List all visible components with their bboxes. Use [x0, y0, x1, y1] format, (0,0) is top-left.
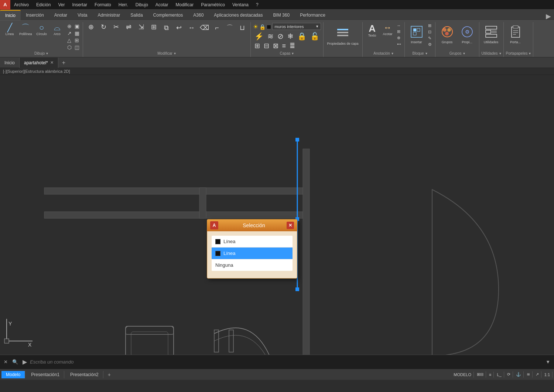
ribbon-btn-polilinea[interactable]: ⌒ Polilínea — [18, 23, 34, 37]
capas-unlock-btn[interactable]: 🔓 — [309, 32, 321, 41]
dibujo-small-btn-3[interactable]: △ — [66, 37, 73, 44]
cmd-scroll-btn[interactable]: ▼ — [544, 358, 552, 365]
dibujo-small-btn-1[interactable]: ⊕ — [66, 23, 73, 30]
canvas-area[interactable]: Y X A Selección ✕ Línea Línea — [0, 75, 554, 355]
status-tab-presentacion1[interactable]: Presentación1 — [27, 371, 64, 378]
ribbon-group-prop-capa-label-bottom[interactable] — [326, 55, 360, 56]
menu-parametrico[interactable]: Paramétrico — [197, 0, 229, 10]
dialog-close-button[interactable]: ✕ — [287, 222, 294, 229]
doc-tab-apartahotel[interactable]: apartahotel* ✕ — [20, 58, 58, 68]
cmd-search-btn[interactable]: 🔍 — [11, 358, 20, 365]
tab-a360[interactable]: A360 — [188, 10, 209, 20]
ribbon-btn-alargar[interactable]: ↔ — [186, 24, 198, 32]
status-polar-btn[interactable]: ⟳ — [505, 371, 513, 378]
status-modelo-label[interactable]: MODELO — [451, 372, 474, 378]
capas-tool-2[interactable]: ⊟ — [262, 42, 271, 50]
ribbon-btn-arco[interactable]: ⌓ Arco — [50, 23, 65, 37]
ribbon-extra-btn[interactable]: ▶ — [546, 12, 551, 20]
tab-anotar[interactable]: Anotar — [49, 10, 72, 20]
ribbon-btn-acotar[interactable]: ↔ Acotar — [380, 23, 395, 37]
dibujo-small-btn-6[interactable]: ▦ — [73, 30, 81, 37]
ribbon-btn-portapapeles[interactable]: Porta... — [506, 23, 525, 45]
ribbon-group-bloque-label[interactable]: Bloque ▾ — [407, 51, 433, 56]
status-add-tab-btn[interactable]: + — [105, 371, 114, 379]
ribbon-group-capas-label[interactable]: Capas ▾ — [253, 51, 321, 56]
status-snap-btn[interactable]: ≡ — [487, 372, 494, 378]
menu-insertar[interactable]: Insertar — [68, 0, 91, 10]
ribbon-btn-deshacer[interactable]: ↩ — [173, 24, 185, 32]
cmd-clear-btn[interactable]: ✕ — [2, 358, 9, 365]
menu-herr[interactable]: Herr. — [115, 0, 132, 10]
capas-props-btn[interactable]: ⚡ — [253, 32, 265, 41]
bloque-small-1[interactable]: ⊞ — [427, 23, 433, 28]
capas-tool-1[interactable]: ⊞ — [253, 42, 261, 50]
doc-tab-inicio[interactable]: Inicio — [0, 58, 20, 68]
ribbon-btn-texto[interactable]: A Texto — [365, 23, 380, 38]
status-scale-label[interactable]: 1:1 — [542, 372, 553, 378]
dibujo-small-btn-4[interactable]: ⬡ — [66, 44, 73, 51]
tab-salida[interactable]: Salida — [125, 10, 148, 20]
menu-edicion[interactable]: Edición — [33, 0, 54, 10]
ribbon-btn-escalar[interactable]: ⇲ — [136, 23, 147, 31]
ribbon-group-portapapeles-label[interactable]: Portapapeles ▾ — [506, 51, 531, 56]
capas-lock-btn[interactable]: 🔒 — [296, 32, 308, 41]
doc-tab-close-btn[interactable]: ✕ — [50, 60, 54, 65]
ribbon-btn-matriz[interactable]: ⊞ — [148, 23, 160, 31]
ribbon-group-utilidades-label[interactable]: Utilidades ▾ — [482, 51, 501, 56]
ribbon-btn-prop-capa[interactable]: Propiedades de capa — [326, 23, 360, 46]
ribbon-btn-empalme[interactable]: ⌒ — [224, 24, 236, 32]
menu-dibujo[interactable]: Dibujo — [132, 0, 152, 10]
tab-aplicaciones[interactable]: Aplicaciones destacadas — [209, 10, 268, 20]
status-osnap-btn[interactable]: ⚓ — [514, 371, 524, 378]
capas-match-btn[interactable]: ≋ — [266, 32, 275, 41]
dibujo-small-btn-5[interactable]: ▣ — [73, 23, 81, 30]
tab-insercion[interactable]: Inserción — [21, 10, 49, 20]
bloque-small-4[interactable]: ⚙ — [427, 42, 433, 47]
dialog-item-ninguna[interactable]: Ninguna — [212, 259, 293, 271]
menu-formato[interactable]: Formato — [91, 0, 115, 10]
ribbon-btn-circulo[interactable]: ○ Círculo — [34, 23, 49, 37]
dibujo-small-btn-2[interactable]: ↗ — [66, 30, 73, 37]
tab-administrar[interactable]: Administrar — [93, 10, 126, 20]
dibujo-small-btn-8[interactable]: ◫ — [73, 44, 81, 51]
dialog-item-linea-2[interactable]: Línea — [212, 248, 293, 259]
tab-vista[interactable]: Vista — [72, 10, 92, 20]
status-tab-presentacion2[interactable]: Presentación2 — [66, 371, 103, 378]
ribbon-btn-insertar[interactable]: Insertar — [407, 23, 426, 45]
ribbon-group-dibujo-label[interactable]: Dibujo ▾ — [2, 51, 81, 56]
menu-modificar[interactable]: Modificar — [172, 0, 198, 10]
tab-bim360[interactable]: BIM 360 — [268, 10, 295, 20]
status-ortho-btn[interactable]: L_ — [495, 372, 504, 378]
capas-tool-5[interactable]: ≣ — [288, 42, 297, 50]
menu-acotar[interactable]: Acotar — [152, 0, 172, 10]
anotacion-small-4[interactable]: ⊷ — [396, 41, 402, 47]
menu-archivo[interactable]: Archivo — [10, 0, 33, 10]
ribbon-group-anotacion-label[interactable]: Anotación ▾ — [365, 51, 402, 56]
ribbon-btn-recortar[interactable]: ✂ — [110, 23, 122, 31]
menu-ver[interactable]: Ver — [54, 0, 68, 10]
status-tab-modelo[interactable]: Modelo — [1, 371, 25, 378]
anotacion-small-2[interactable]: ⊞ — [396, 29, 402, 34]
ribbon-btn-copiar[interactable]: ⧉ — [161, 24, 172, 32]
bloque-small-3[interactable]: ✎ — [427, 35, 433, 41]
menu-help[interactable]: ? — [252, 0, 262, 10]
status-lineweight-btn[interactable]: ≋ — [524, 371, 533, 378]
dialog-item-linea-1[interactable]: Línea — [212, 236, 293, 247]
doc-tab-add-btn[interactable]: + — [58, 58, 69, 68]
ribbon-btn-propi[interactable]: ⚙ Propi... — [458, 23, 477, 45]
capas-tool-3[interactable]: ⊠ — [271, 42, 280, 50]
status-annotation-btn[interactable]: ↗ — [533, 371, 541, 378]
cmd-input-field[interactable] — [30, 359, 543, 365]
ribbon-group-grupos-label[interactable]: Grupos ▾ — [438, 51, 477, 56]
anotacion-small-3[interactable]: ⊗ — [396, 35, 402, 41]
status-grid-btn[interactable]: ⊞⊟ — [475, 371, 486, 378]
ribbon-btn-union[interactable]: ⊔ — [236, 24, 248, 32]
tab-performance[interactable]: Performance — [295, 10, 331, 20]
tab-complementos[interactable]: Complementos — [148, 10, 188, 20]
ribbon-btn-borrar[interactable]: ⌫ — [198, 24, 211, 32]
ribbon-btn-espejo[interactable]: ⇌ — [123, 23, 135, 31]
ribbon-btn-grupos[interactable]: Grupos — [438, 23, 457, 45]
ribbon-btn-linea[interactable]: ╱ Línea — [2, 23, 17, 37]
layer-dropdown[interactable]: muros interiores ▾ — [272, 23, 321, 30]
ribbon-btn-utilidades[interactable]: Utilidades — [482, 23, 501, 45]
